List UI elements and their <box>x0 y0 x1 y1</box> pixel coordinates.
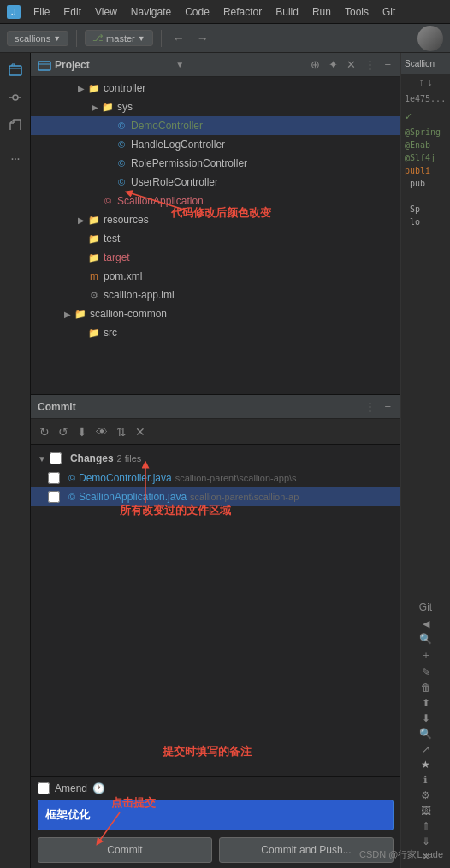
tree-label-sys: sys <box>115 101 133 113</box>
svg-rect-2 <box>9 66 21 75</box>
view-btn[interactable]: 👁 <box>94 423 110 440</box>
panel-action-chevron[interactable]: ▼ <box>173 60 187 69</box>
sidebar-btn-project[interactable] <box>3 58 27 82</box>
sort-btn[interactable]: ⇅ <box>115 423 128 440</box>
commit-push-button[interactable]: Commit and Push... <box>219 837 394 863</box>
git-tab[interactable]: Git <box>417 599 434 615</box>
folder-icon-common: 📁 <box>74 309 87 320</box>
menu-view[interactable]: View <box>89 4 123 20</box>
content-area: Project ▼ ⊕ ✦ ✕ ⋮ − ▶ 📁 controller <box>31 53 400 868</box>
folder-icon-target: 📁 <box>87 252 101 263</box>
settings-icon[interactable]: ⚙ <box>421 789 430 801</box>
right-panel-check: ✓ <box>401 109 450 124</box>
panel-minimize-icon[interactable]: − <box>382 58 394 71</box>
menu-code[interactable]: Code <box>179 4 216 20</box>
refresh-btn[interactable]: ↻ <box>38 423 51 440</box>
svg-rect-8 <box>38 62 50 70</box>
tree-item-src[interactable]: 📁 src <box>31 323 400 342</box>
collapse2-icon[interactable]: ⬆ <box>422 697 430 709</box>
tree-item-sys[interactable]: ▶ 📁 sys <box>31 97 400 116</box>
menu-run[interactable]: Run <box>306 4 337 20</box>
change-item-democontroller[interactable]: © DemoController.java scallion-parent\sc… <box>31 469 400 487</box>
tree-item-iml[interactable]: ⚙ scallion-app.iml <box>31 286 400 304</box>
tree-item-controller[interactable]: ▶ 📁 controller <box>31 79 400 97</box>
search-icon[interactable]: 🔍 <box>419 633 432 645</box>
nav-down-btn[interactable]: ↓ <box>428 76 433 88</box>
menu-git[interactable]: Git <box>376 4 401 20</box>
menu-edit[interactable]: Edit <box>57 4 87 20</box>
panel-close-icon[interactable]: ✕ <box>344 58 358 71</box>
right-panel-title: Scallion <box>405 59 435 68</box>
tree-item-pom[interactable]: m pom.xml <box>31 267 400 286</box>
tree-label-iml: scallion-app.iml <box>101 289 175 301</box>
commit-panel-more[interactable]: ⋮ <box>362 400 378 413</box>
panel-more-icon[interactable]: ⋮ <box>362 58 378 71</box>
commit-button[interactable]: Commit <box>38 837 212 863</box>
tree-item-target[interactable]: 📁 target <box>31 248 400 267</box>
delete-icon[interactable]: 🗑 <box>421 682 431 694</box>
close-btn[interactable]: ✕ <box>133 423 147 440</box>
edit-icon[interactable]: ✎ <box>422 666 430 678</box>
amend-checkbox[interactable] <box>38 782 50 794</box>
link-icon[interactable]: ↗ <box>422 743 430 755</box>
menu-navigate[interactable]: Navigate <box>125 4 177 20</box>
change-item-scallionapp[interactable]: © ScallionApplication.java scallion-pare… <box>31 487 400 506</box>
commit-bottom-area: Amend 🕐 Commit Commit and Push... <box>31 776 400 868</box>
sidebar-btn-git[interactable] <box>3 113 27 137</box>
clock-icon[interactable]: 🕐 <box>92 782 105 794</box>
change-filename-scallion: ScallionApplication.java <box>79 491 187 503</box>
undo-btn[interactable]: ↺ <box>56 423 70 440</box>
forward-button[interactable]: → <box>193 30 212 47</box>
changes-checkbox-all[interactable] <box>50 452 62 464</box>
tree-label-democontroller: DemoController <box>128 120 203 132</box>
project-selector[interactable]: scallions ▼ <box>7 31 68 46</box>
avatar <box>417 26 443 51</box>
commit-panel: Commit ⋮ − ↻ ↺ ⬇ 👁 ⇅ ✕ ▼ Changes <box>31 395 400 868</box>
tree-label-scallioncommon: scallion-common <box>87 308 167 320</box>
tree-label-scallionapp: ScallionApplication <box>115 195 204 207</box>
tree-item-democontroller[interactable]: © DemoController <box>31 116 400 135</box>
star-icon[interactable]: ★ <box>421 759 430 771</box>
menu-file[interactable]: File <box>27 4 56 20</box>
nav-up-btn[interactable]: ↑ <box>419 76 424 88</box>
add-icon[interactable]: ＋ <box>421 648 431 663</box>
checkbox-scallionapp[interactable] <box>48 491 60 503</box>
image-icon[interactable]: 🖼 <box>421 805 431 817</box>
tree-item-handlelog[interactable]: © HandleLogController <box>31 135 400 154</box>
project-panel-header: Project ▼ ⊕ ✦ ✕ ⋮ − <box>31 53 400 77</box>
commit-panel-minimize[interactable]: − <box>382 400 394 413</box>
tree-item-rolepermission[interactable]: © RolePermissionController <box>31 154 400 173</box>
right-panel-nav: ↑ ↓ <box>401 74 450 91</box>
download-btn[interactable]: ⬇ <box>75 423 89 440</box>
panel-sync-icon[interactable]: ⊕ <box>308 58 323 71</box>
tree-item-test[interactable]: 📁 test <box>31 229 400 248</box>
arrow-icon: ▶ <box>75 84 87 93</box>
tree-item-scallioncommon[interactable]: ▶ 📁 scallion-common <box>31 304 400 323</box>
toolbar-separator <box>76 30 77 47</box>
arrow-icon-common: ▶ <box>62 310 74 319</box>
checkbox-democontroller[interactable] <box>48 472 60 484</box>
sidebar-btn-commit[interactable] <box>3 86 27 109</box>
iml-icon: ⚙ <box>87 290 101 301</box>
zoom-icon[interactable]: 🔍 <box>419 728 432 740</box>
changes-section: ▼ Changes 2 files © DemoController.java … <box>31 445 400 776</box>
back-button[interactable]: ← <box>169 30 188 47</box>
info-icon[interactable]: ℹ <box>423 774 428 786</box>
tree-item-userrole[interactable]: © UserRoleController <box>31 173 400 192</box>
menu-tools[interactable]: Tools <box>339 4 375 20</box>
up2-icon[interactable]: ⇑ <box>422 820 430 832</box>
menu-refactor[interactable]: Refactor <box>217 4 268 20</box>
branch-icon: ⎇ <box>92 32 104 44</box>
expand-icon[interactable]: ⬇ <box>422 712 430 724</box>
tree-item-resources[interactable]: ▶ 📁 resources <box>31 210 400 229</box>
down2-icon[interactable]: ⇓ <box>422 836 430 847</box>
collapse-icon[interactable]: ◀ <box>423 618 429 629</box>
menu-build[interactable]: Build <box>269 4 305 20</box>
close2-icon[interactable]: ✕ <box>422 851 430 863</box>
branch-selector[interactable]: ⎇ master ▼ <box>85 30 153 46</box>
panel-update-icon[interactable]: ✦ <box>326 58 340 71</box>
tree-item-scallionapp[interactable]: © ScallionApplication <box>31 192 400 210</box>
commit-message-input[interactable] <box>38 800 394 830</box>
sidebar-btn-more[interactable]: ··· <box>3 147 27 171</box>
changes-header[interactable]: ▼ Changes 2 files <box>31 448 400 469</box>
